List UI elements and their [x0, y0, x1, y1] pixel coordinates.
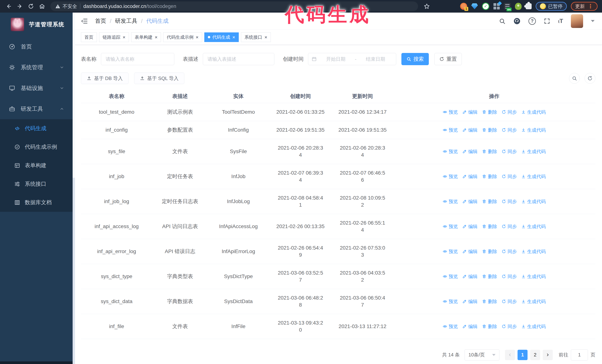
generate-code-link[interactable]: 生成代码 [521, 173, 546, 180]
view-tab[interactable]: 系统接口 × [241, 32, 271, 42]
browser-menu-dots-icon[interactable]: ⋮ [588, 3, 593, 9]
delete-link[interactable]: 删除 [482, 108, 497, 115]
generate-code-link[interactable]: 生成代码 [521, 273, 546, 280]
sidebar-item-code-generation[interactable]: 代码生成 [0, 119, 73, 138]
sidebar-item-system-management[interactable]: 系统管理 [0, 57, 73, 78]
user-avatar[interactable] [571, 14, 583, 28]
delete-link[interactable]: 删除 [482, 148, 497, 155]
page-size-select[interactable]: 10条/页 [464, 349, 499, 361]
update-pill-button[interactable]: 更新 ⋮ [571, 2, 598, 11]
view-tab[interactable]: 表单构建 × [131, 32, 161, 42]
breadcrumb-home[interactable]: 首页 [95, 17, 106, 25]
prev-page-button[interactable]: ‹ [505, 350, 515, 360]
view-tab[interactable]: 首页 × [81, 32, 97, 42]
table-desc-input[interactable] [203, 53, 274, 65]
sync-link[interactable]: 同步 [502, 223, 517, 230]
extension-gem-icon[interactable] [471, 3, 478, 9]
bookmark-star-icon[interactable] [422, 1, 432, 11]
sidebar-item-database-docs[interactable]: 数据库文档 [0, 193, 73, 212]
sync-link[interactable]: 同步 [502, 126, 517, 134]
search-button[interactable]: 搜索 [401, 53, 429, 65]
sidebar-item-system-api[interactable]: 系统接口 [0, 175, 73, 193]
sync-link[interactable]: 同步 [502, 198, 517, 205]
reset-button[interactable]: 重置 [434, 53, 462, 65]
goto-page-input[interactable] [571, 349, 588, 361]
delete-link[interactable]: 删除 [482, 248, 497, 255]
delete-link[interactable]: 删除 [482, 126, 497, 134]
edit-link[interactable]: 编辑 [462, 148, 478, 155]
extension-key-icon[interactable] [515, 3, 522, 10]
sidebar-item-dev-tools[interactable]: 研发工具 [0, 98, 73, 119]
sync-link[interactable]: 同步 [502, 173, 517, 180]
sync-link[interactable]: 同步 [502, 108, 517, 115]
delete-link[interactable]: 删除 [482, 298, 497, 305]
generate-code-link[interactable]: 生成代码 [521, 248, 546, 255]
date-range-picker[interactable]: 开始日期 - 结束日期 [308, 53, 396, 65]
paused-pill-button[interactable]: 已暂停 [536, 2, 567, 11]
preview-link[interactable]: 预览 [443, 298, 458, 305]
sidebar-item-infrastructure[interactable]: 基础设施 [0, 78, 73, 98]
generate-code-link[interactable]: 生成代码 [521, 108, 546, 115]
delete-link[interactable]: 删除 [482, 173, 497, 180]
delete-link[interactable]: 删除 [482, 273, 497, 280]
refresh-table-button[interactable] [585, 73, 595, 84]
import-sql-button[interactable]: 基于 SQL 导入 [134, 73, 184, 84]
preview-link[interactable]: 预览 [443, 248, 458, 255]
sidebar-toggle-icon[interactable] [81, 18, 88, 25]
fullscreen-icon[interactable] [544, 18, 550, 24]
page-button-2[interactable]: 2 [530, 350, 540, 360]
browser-home-icon[interactable] [37, 1, 47, 11]
generate-code-link[interactable]: 生成代码 [521, 126, 546, 134]
extension-dark-icon[interactable]: on [504, 3, 511, 10]
security-warning[interactable]: 不安全 [55, 3, 77, 10]
browser-forward-icon[interactable] [15, 1, 25, 11]
sidebar-scrollbar-thumb[interactable] [73, 13, 75, 178]
sync-link[interactable]: 同步 [502, 148, 517, 155]
tab-close-icon[interactable]: × [196, 35, 198, 40]
preview-link[interactable]: 预览 [443, 173, 458, 180]
extension-grid-icon[interactable] [494, 3, 500, 10]
browser-reload-icon[interactable] [26, 1, 36, 11]
sync-link[interactable]: 同步 [502, 298, 517, 305]
browser-back-icon[interactable] [4, 1, 14, 11]
next-page-button[interactable]: › [543, 350, 553, 360]
view-tab[interactable]: 代码生成 × [204, 32, 239, 42]
edit-link[interactable]: 编辑 [462, 173, 478, 180]
extension-orange-icon[interactable]: 1 [460, 3, 467, 10]
extension-check-icon[interactable]: ✓ [482, 3, 489, 10]
edit-link[interactable]: 编辑 [462, 108, 478, 115]
edit-link[interactable]: 编辑 [462, 248, 478, 255]
breadcrumb-dev-tools[interactable]: 研发工具 [115, 17, 137, 25]
edit-link[interactable]: 编辑 [462, 298, 478, 305]
preview-link[interactable]: 预览 [443, 148, 458, 155]
preview-link[interactable]: 预览 [443, 108, 458, 115]
edit-link[interactable]: 编辑 [462, 126, 478, 134]
sync-link[interactable]: 同步 [502, 323, 517, 330]
page-button-1[interactable]: 1 [517, 350, 527, 360]
sync-link[interactable]: 同步 [502, 273, 517, 280]
edit-link[interactable]: 编辑 [462, 323, 478, 330]
app-logo-row[interactable]: 芋道管理系统 [0, 13, 73, 36]
generate-code-link[interactable]: 生成代码 [521, 198, 546, 205]
search-icon[interactable] [499, 18, 505, 24]
tab-close-icon[interactable]: × [265, 35, 267, 40]
github-icon[interactable] [513, 17, 521, 25]
preview-link[interactable]: 预览 [443, 323, 458, 330]
edit-link[interactable]: 编辑 [462, 273, 478, 280]
generate-code-link[interactable]: 生成代码 [521, 298, 546, 305]
sync-link[interactable]: 同步 [502, 248, 517, 255]
preview-link[interactable]: 预览 [443, 198, 458, 205]
address-bar[interactable]: 不安全 dashboard.yudao.iocoder.cn/tool/code… [50, 1, 418, 11]
table-name-input[interactable] [101, 53, 174, 65]
sidebar-item-codegen-example[interactable]: 代码生成示例 [0, 138, 73, 156]
import-db-button[interactable]: 基于 DB 导入 [81, 73, 129, 84]
help-icon[interactable]: ? [528, 17, 536, 25]
extension-puzzle-icon[interactable] [526, 3, 532, 9]
view-tab[interactable]: 链路追踪 × [99, 32, 129, 42]
toggle-search-button[interactable] [569, 73, 580, 84]
view-tab[interactable]: 代码生成示例 × [163, 32, 202, 42]
tab-close-icon[interactable]: × [155, 35, 157, 40]
user-menu-caret-icon[interactable] [591, 20, 595, 22]
preview-link[interactable]: 预览 [443, 273, 458, 280]
generate-code-link[interactable]: 生成代码 [521, 323, 546, 330]
